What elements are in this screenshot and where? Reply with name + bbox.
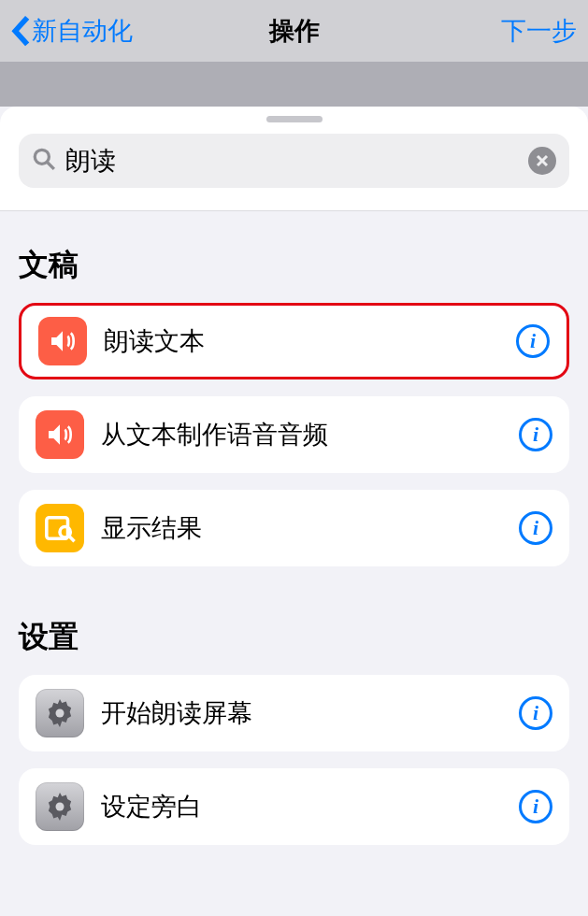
info-button[interactable]: i: [519, 790, 552, 823]
info-button[interactable]: i: [519, 418, 552, 451]
search-wrap: [0, 134, 588, 211]
preview-icon: [36, 504, 84, 552]
section-header-settings: 设置: [19, 583, 569, 675]
action-row-speak-text[interactable]: 朗读文本 i: [19, 303, 569, 379]
actions-sheet: 文稿 朗读文本 i 从文本制作语音音频 i 显示结果 i 设置: [0, 107, 588, 899]
results-content: 文稿 朗读文本 i 从文本制作语音音频 i 显示结果 i 设置: [0, 211, 588, 899]
sheet-grabber[interactable]: [266, 116, 323, 122]
info-button[interactable]: i: [516, 324, 550, 358]
back-label: 新自动化: [32, 14, 133, 48]
nav-title: 操作: [269, 14, 320, 48]
navigation-bar: 新自动化 操作 下一步: [0, 0, 588, 62]
svg-point-8: [56, 803, 65, 811]
info-button[interactable]: i: [519, 511, 552, 545]
svg-point-0: [35, 150, 49, 164]
svg-line-6: [69, 537, 75, 542]
action-row-speak-screen[interactable]: 开始朗读屏幕 i: [19, 675, 569, 751]
gear-icon: [36, 782, 84, 831]
info-button[interactable]: i: [519, 696, 552, 730]
action-row-make-audio[interactable]: 从文本制作语音音频 i: [19, 396, 569, 473]
svg-line-1: [47, 162, 54, 169]
chevron-left-icon: [11, 15, 30, 47]
search-input[interactable]: [65, 147, 519, 176]
action-row-set-voiceover[interactable]: 设定旁白 i: [19, 768, 569, 845]
speaker-icon: [38, 317, 87, 365]
svg-point-5: [60, 527, 70, 537]
action-label: 显示结果: [101, 511, 519, 545]
search-icon: [32, 147, 56, 175]
action-label: 朗读文本: [104, 324, 516, 358]
gear-icon: [36, 689, 84, 737]
clear-search-button[interactable]: [528, 147, 556, 175]
sheet-backdrop: [0, 62, 588, 107]
action-label: 开始朗读屏幕: [101, 696, 519, 730]
speaker-icon: [36, 410, 84, 459]
action-label: 从文本制作语音音频: [101, 418, 519, 451]
next-button[interactable]: 下一步: [501, 14, 577, 48]
action-row-show-result[interactable]: 显示结果 i: [19, 490, 569, 566]
section-header-documents: 文稿: [19, 211, 569, 303]
action-label: 设定旁白: [101, 790, 519, 823]
back-button[interactable]: 新自动化: [11, 14, 133, 48]
svg-point-7: [56, 709, 65, 718]
search-box[interactable]: [19, 134, 569, 188]
